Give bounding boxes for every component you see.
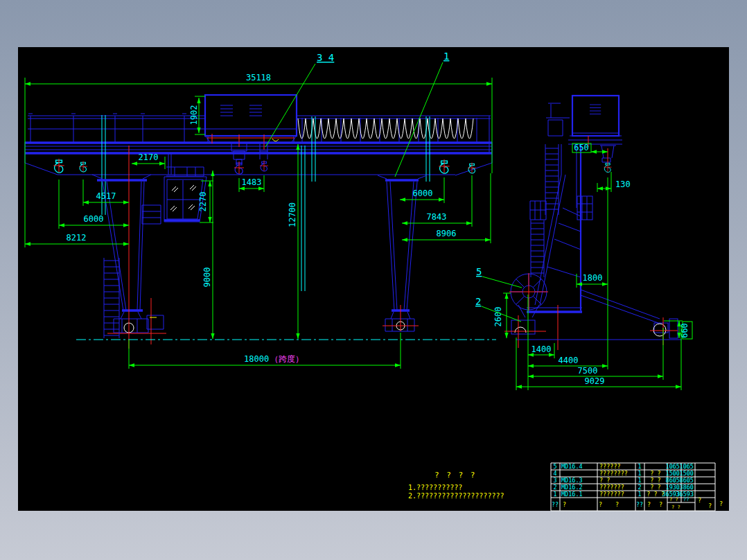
part-total-weight: 1065 [680,463,694,470]
part-code: MD16.4 [561,463,583,470]
balloon-2: 2 [475,296,481,307]
drawing-canvas[interactable] [18,47,729,511]
part-code: MD16.1 [561,491,583,498]
part-total-weight: 1500 [680,470,694,477]
balloon-3-4: 3 4 [317,52,334,63]
footer-cell: ? [659,501,662,508]
dim-span-label: （跨度） [270,354,304,364]
dim-2270: 2270 [198,192,208,212]
dim-1800: 1800 [583,273,603,283]
footer-cell: ? [563,501,566,508]
part-no: 4 [553,470,556,477]
footer-subcell: ?? [683,497,689,502]
footer-cell: ? [615,501,619,508]
balloon-1: 1 [443,51,449,62]
footer-subcell: ? ? [671,505,680,510]
part-total-weight: 3860 [680,484,694,491]
dim-18000-span: 18000 [244,354,269,364]
footer-cell: ? [698,497,701,504]
part-material: ? ? [650,484,660,491]
part-name: ?????? [599,463,621,470]
part-qty: 2 [638,484,641,491]
part-name: ??????? [599,491,624,498]
dim-1902: 1902 [189,105,199,125]
dim-4400: 4400 [559,356,579,365]
footer-cell: ? [708,502,712,509]
dim-7500: 7500 [578,366,598,376]
part-unit-weight: 1065 [666,463,680,470]
part-name: ??????? [599,484,624,491]
footer-cell: ? [599,501,602,508]
part-code: MD16.3 [561,477,583,484]
footer-cell: ?? [552,501,559,508]
notes-heading: ? ? ? ? [434,471,476,480]
dim-2600: 2600 [493,307,503,327]
footer-subcell: ? ? [669,497,678,502]
part-no: 5 [553,463,556,470]
notes-line1: 1.??????????? [408,484,462,491]
dim-9029: 9029 [585,376,605,386]
part-unit-weight: 1500 [666,470,680,477]
dim-2170: 2170 [139,152,159,162]
dim-130: 130 [615,180,631,189]
footer-cell: ? [647,501,651,508]
part-name: ???????? [599,470,628,477]
part-code: MD16.2 [561,484,583,491]
part-total-weight: 8605 [680,477,694,484]
part-material: ? ? [650,470,660,477]
footer-cell: ? [719,500,723,507]
cad-viewer-window: 35118 1902 2170 1483 2270 4517 6000 8212… [0,0,747,560]
dim-9000: 9000 [202,268,212,288]
balloon-5: 5 [476,266,482,277]
dim-650: 650 [574,143,589,152]
dim-1400: 1400 [531,344,552,354]
cad-viewport: 35118 1902 2170 1483 2270 4517 6000 8212… [0,0,747,560]
part-qty: 1 [638,491,641,498]
part-unit-weight: 1930 [666,484,680,491]
dim-12700: 12700 [288,202,297,227]
dim-8906: 8906 [437,229,457,238]
notes-line2: 2.????????????????????? [408,492,504,500]
dim-6000-left: 6000 [84,214,104,224]
part-material: ? ? [650,477,660,484]
part-qty: 1 [638,463,641,470]
part-qty: 1 [638,470,641,477]
part-no: 3 [553,477,556,484]
footer-cell: ?? [636,501,643,508]
dim-1483: 1483 [242,177,262,187]
part-unit-weight: 8605 [666,477,680,484]
dim-7843: 7843 [427,212,447,222]
dim-35118: 35118 [246,73,271,82]
dim-8212: 8212 [67,233,87,243]
part-name: ? ? [599,477,610,484]
dim-6000-right: 6000 [413,189,433,198]
part-no: 1 [553,491,556,498]
part-no: 2 [553,484,556,491]
dim-4517: 4517 [96,191,116,201]
part-qty: 1 [638,477,641,484]
